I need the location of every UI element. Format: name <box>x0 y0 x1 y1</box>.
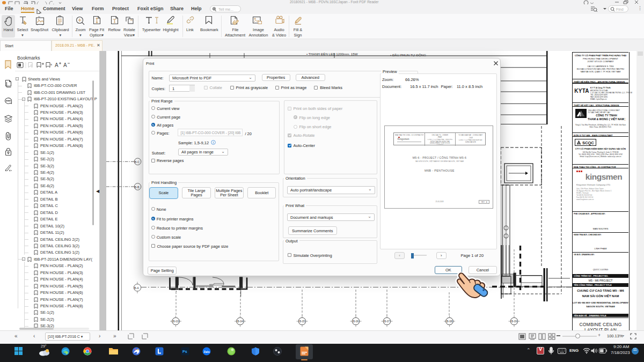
svg-text:B-08: B-08 <box>447 320 452 323</box>
svg-text:B-04: B-04 <box>237 320 243 323</box>
svg-text:• THANH ĐÈN LED 1200mm, 15W: • THANH ĐÈN LED 1200mm, 15W <box>306 52 358 56</box>
svg-text:B-03: B-03 <box>173 320 179 323</box>
svg-text:B-B: B-B <box>135 186 140 189</box>
svg-text:B-C: B-C <box>135 160 140 164</box>
svg-text:B-06: B-06 <box>353 320 359 323</box>
svg-text:Ps: Ps <box>182 350 187 353</box>
svg-text:B-05: B-05 <box>299 320 305 323</box>
svg-text:A: A <box>55 62 58 68</box>
svg-text:B-07: B-07 <box>384 320 390 323</box>
svg-text:B-A: B-A <box>134 286 139 290</box>
svg-text:s: s <box>50 63 52 66</box>
svg-text:A: A <box>63 62 67 68</box>
svg-text:Zalo: Zalo <box>204 350 210 353</box>
svg-text:B-09: B-09 <box>511 320 517 323</box>
svg-text:• ĐẦU PHUN TỰ ĐỘNG: • ĐẦU PHUN TỰ ĐỘNG <box>390 53 426 57</box>
